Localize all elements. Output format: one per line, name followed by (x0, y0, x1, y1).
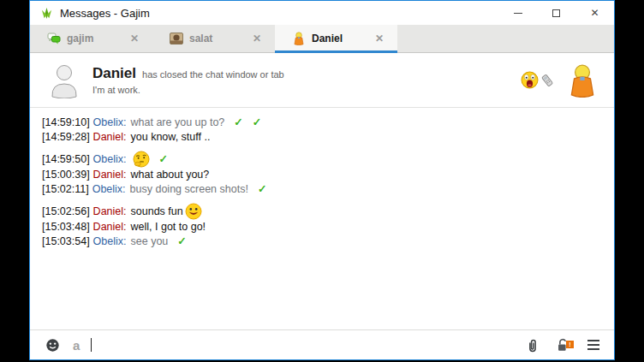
chat-message: [15:02:56]Daniel:sounds fun (42, 203, 605, 220)
photo-avatar-icon (170, 32, 183, 45)
tab-label: salat (189, 33, 253, 45)
chat-message: [15:02:11]Obelix:busy doing screen shots… (42, 182, 605, 197)
sender-name: Daniel: (93, 131, 127, 143)
message-timestamp: [15:02:11] (42, 183, 89, 195)
chat-message: [15:03:48]Daniel:well, I got to go! (42, 220, 605, 234)
tab-salat[interactable]: salat✕ (152, 25, 275, 52)
message-timestamp: [15:03:54] (42, 235, 90, 247)
tab-label: Daniel (312, 33, 375, 45)
message-timestamp: [15:02:56] (42, 205, 90, 217)
chat-message: [14:59:28]Daniel:you know, stuff .. (42, 130, 605, 145)
tab-gajim[interactable]: gajim✕ (30, 25, 152, 52)
sender-name: Daniel: (93, 169, 127, 181)
message-text: sounds fun (131, 205, 183, 217)
chat-message: [14:59:10]Obelix:what are you up to?✓✓ (42, 116, 605, 130)
green-chat-bubble-icon (47, 32, 61, 45)
message-text: see you (131, 235, 169, 247)
delivery-receipt-check-icon: ✓ (253, 116, 261, 128)
minimize-button[interactable] (498, 1, 537, 25)
delivery-receipt-check-icon: ✓ (159, 153, 168, 165)
message-text: what about you? (131, 169, 210, 181)
delivery-receipt-check-icon: ✓ (234, 116, 242, 128)
sender-name: Daniel: (93, 221, 127, 233)
gajim-message-window: Messages - Gajim ✕ gajim✕salat✕Daniel✕ D… (29, 0, 615, 360)
banner-right-icons (521, 63, 602, 98)
close-button[interactable]: ✕ (575, 1, 614, 25)
attach-file-button[interactable] (524, 337, 540, 353)
gajim-plant-logo-icon (40, 7, 53, 20)
chat-message: [14:59:50]Obelix:✓ (42, 151, 605, 168)
maximize-button[interactable] (537, 1, 575, 25)
delivery-receipt-check-icon: ✓ (177, 235, 186, 247)
tab-close-button[interactable]: ✕ (375, 33, 384, 45)
phone-icon (540, 74, 554, 87)
tab-close-button[interactable]: ✕ (130, 33, 139, 45)
message-text: busy doing screen shots! (130, 183, 248, 195)
window-controls: ✕ (498, 1, 614, 25)
message-composer: a ! (30, 329, 614, 359)
big-smile-emoji-icon (185, 203, 202, 220)
message-text: what are you up to? (131, 116, 225, 128)
text-input-caret (91, 338, 92, 352)
contact-avatar-placeholder (47, 62, 81, 98)
emoji-picker-button[interactable] (45, 338, 60, 353)
chat-menu-button[interactable] (587, 339, 599, 352)
minimize-icon (514, 13, 522, 14)
window-title: Messages - Gajim (60, 7, 150, 20)
maximize-icon (552, 9, 560, 17)
message-text: well, I got to go! (131, 221, 206, 233)
orange-person-avatar-icon (566, 63, 599, 98)
sender-name: Daniel: (93, 205, 127, 217)
sender-name: Obelix: (93, 153, 127, 165)
shocked-face-emoji-icon (521, 71, 539, 89)
message-timestamp: [15:00:39] (42, 169, 90, 181)
message-timestamp: [14:59:10] (42, 116, 90, 128)
chat-state-text: has closed the chat window or tab (142, 69, 284, 80)
chat-log[interactable]: [14:59:10]Obelix:what are you up to?✓✓[1… (30, 108, 614, 329)
title-bar[interactable]: Messages - Gajim ✕ (30, 1, 614, 25)
message-timestamp: [14:59:50] (42, 153, 90, 165)
close-icon: ✕ (590, 8, 599, 18)
message-timestamp: [14:59:28] (42, 131, 90, 143)
chat-banner: Daniel has closed the chat window or tab… (30, 53, 614, 108)
message-timestamp: [15:03:48] (42, 221, 90, 233)
message-text: you know, stuff .. (131, 131, 211, 143)
contact-info: Daniel has closed the chat window or tab… (92, 65, 284, 95)
encryption-warning-badge: ! (566, 341, 574, 348)
tab-close-button[interactable]: ✕ (253, 33, 261, 45)
contact-status-message: I'm at work. (92, 85, 284, 95)
chat-message: [15:03:54]Obelix:see you✓ (42, 234, 605, 249)
encryption-button[interactable]: ! (555, 337, 572, 353)
thinking-face-emoji-icon (133, 151, 150, 168)
sender-name: Obelix: (92, 183, 126, 195)
tab-bar: gajim✕salat✕Daniel✕ (30, 25, 614, 53)
orange-person-avatar-icon (292, 32, 306, 45)
desktop-background: Messages - Gajim ✕ gajim✕salat✕Daniel✕ D… (0, 0, 644, 362)
sender-name: Obelix: (93, 235, 127, 247)
chat-message: [15:00:39]Daniel:what about you? (42, 168, 605, 182)
contact-name: Daniel (92, 65, 136, 82)
tab-label: gajim (67, 33, 130, 45)
tab-daniel[interactable]: Daniel✕ (275, 25, 397, 52)
sender-name: Obelix: (93, 116, 127, 128)
delivery-receipt-check-icon: ✓ (258, 183, 266, 195)
text-format-button[interactable]: a (73, 339, 80, 352)
